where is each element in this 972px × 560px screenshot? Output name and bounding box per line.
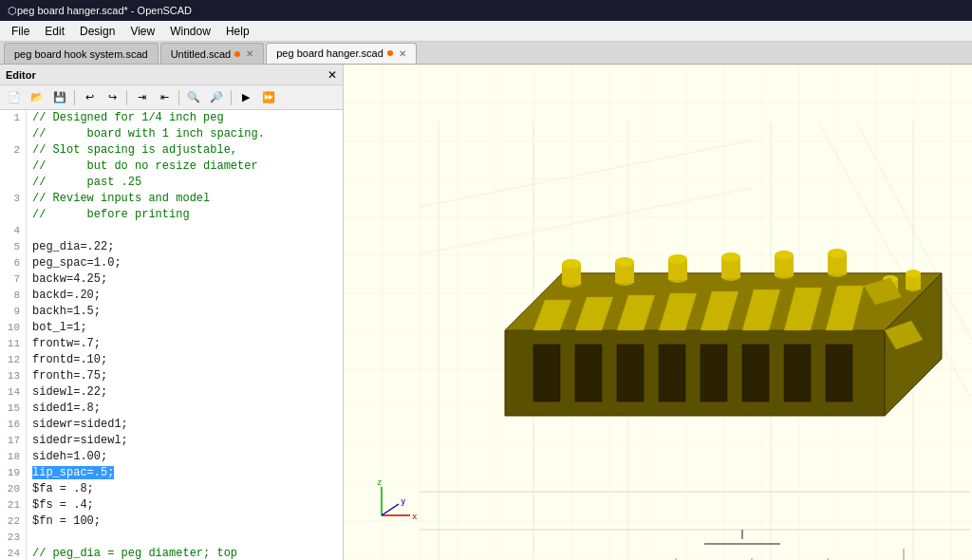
zoom-out-button[interactable]: 🔎 [206,88,227,107]
line-text: // Slot spacing is adjustable, [32,142,237,159]
open-file-button[interactable]: 📂 [27,88,47,107]
menu-window[interactable]: Window [162,21,218,41]
code-line: 24// peg_dia = peg diameter; top [0,546,343,560]
svg-point-44 [721,252,740,262]
svg-point-50 [828,249,847,258]
code-line: 9backh=1.5; [0,304,343,320]
line-text: frontd=.10; [32,352,107,368]
svg-rect-25 [533,345,560,401]
editor-header: Editor ✕ [0,65,343,85]
undo-button[interactable]: ↩ [79,88,100,107]
line-number: 5 [0,239,27,255]
svg-rect-26 [575,345,602,401]
tab-2[interactable]: peg board hanger.scad ✕ [266,43,417,64]
render-button[interactable]: ⏩ [258,88,279,107]
line-number: 16 [0,417,27,433]
main-area: Editor ✕ 📄 📂 💾 ↩ ↪ ⇥ ⇤ 🔍 🔎 ▶ ⏩ 1// Desig… [0,65,972,560]
svg-rect-32 [826,345,852,401]
svg-text:y: y [401,496,406,506]
title-text: peg board hanger.scad* - OpenSCAD [17,5,192,16]
code-line: 3// Review inputs and model [0,191,343,207]
editor-close-button[interactable]: ✕ [327,68,337,82]
line-number: 14 [0,384,27,401]
svg-rect-29 [701,345,727,401]
3d-model [477,140,972,482]
svg-point-35 [562,259,581,269]
tab-0[interactable]: peg board hook system.scad [4,43,159,64]
menu-design[interactable]: Design [72,21,122,41]
line-text: peg_spac=1.0; [32,255,122,271]
toolbar-sep-4 [231,90,232,105]
indent-button[interactable]: ⇥ [131,88,152,107]
svg-rect-30 [742,345,769,401]
tab-bar: peg board hook system.scad Untitled.scad… [0,42,972,65]
svg-text:z: z [377,477,382,487]
menu-view[interactable]: View [122,21,162,41]
code-line: 18sideh=1.00; [0,449,343,465]
code-line: 13fronth=.75; [0,368,343,384]
line-number: 24 [0,546,27,560]
code-line: 12frontd=.10; [0,352,343,368]
code-line: 5peg_dia=.22; [0,239,343,255]
toolbar-sep-2 [126,90,127,105]
code-line: 8backd=.20; [0,288,343,304]
run-button[interactable]: ▶ [235,88,256,107]
svg-point-38 [615,257,634,267]
code-line: // board with 1 inch spacing. [0,126,343,142]
tab-2-modified-dot [387,50,393,56]
line-number: 11 [0,336,27,352]
line-text: sidewr=sided1; [32,417,128,433]
menu-edit[interactable]: Edit [37,21,72,41]
line-text: // Designed for 1/4 inch peg [32,110,224,126]
redo-button[interactable]: ↪ [102,88,122,107]
line-text: peg_dia=.22; [32,239,114,255]
line-number: 3 [0,191,27,207]
line-number: 7 [0,271,27,288]
line-text: sided1=.8; [32,401,101,417]
code-line: 22$fn = 100; [0,513,343,530]
toolbar-sep-1 [74,90,75,105]
svg-point-41 [668,254,687,264]
code-line: // before printing [0,207,343,223]
menu-help[interactable]: Help [218,21,257,41]
svg-line-71 [382,504,399,515]
svg-text:x: x [412,512,418,521]
line-text: $fa = .8; [32,481,94,497]
code-line: 14sidewl=.22; [0,384,343,401]
svg-rect-27 [617,345,644,401]
line-number: 6 [0,255,27,271]
code-editor[interactable]: 1// Designed for 1/4 inch peg// board wi… [0,110,343,560]
line-text: sideh=1.00; [32,449,107,465]
line-text: // before printing [32,207,190,223]
zoom-in-button[interactable]: 🔍 [183,88,204,107]
line-text: // past .25 [32,175,141,191]
tab-2-close[interactable]: ✕ [399,48,406,59]
save-file-button[interactable]: 💾 [49,88,70,107]
tab-2-label: peg board hanger.scad [276,47,383,59]
code-line: 19lip_spac=.5; [0,465,343,481]
code-line: 10bot_l=1; [0,320,343,336]
line-number: 22 [0,513,27,530]
line-number: 10 [0,320,27,336]
unindent-button[interactable]: ⇤ [154,88,175,107]
code-line: 4 [0,223,343,239]
line-text: backw=4.25; [32,271,107,288]
code-line: 21$fs = .4; [0,497,343,513]
new-file-button[interactable]: 📄 [4,88,25,107]
viewport-3d[interactable]: x z y [344,65,972,560]
line-text: $fs = .4; [32,497,94,513]
line-number: 17 [0,433,27,449]
menu-file[interactable]: File [4,21,37,41]
svg-rect-31 [784,345,811,401]
tab-1[interactable]: Untitled.scad ✕ [160,43,265,64]
tab-1-close[interactable]: ✕ [246,48,253,59]
line-number: 2 [0,142,27,159]
line-text: bot_l=1; [32,320,87,336]
tab-0-label: peg board hook system.scad [14,48,148,60]
svg-point-47 [775,251,794,260]
code-line: 15sided1=.8; [0,401,343,417]
line-text: // board with 1 inch spacing. [32,126,265,142]
code-line: 11frontw=.7; [0,336,343,352]
code-line: 6peg_spac=1.0; [0,255,343,271]
line-text: // Review inputs and model [32,191,210,207]
